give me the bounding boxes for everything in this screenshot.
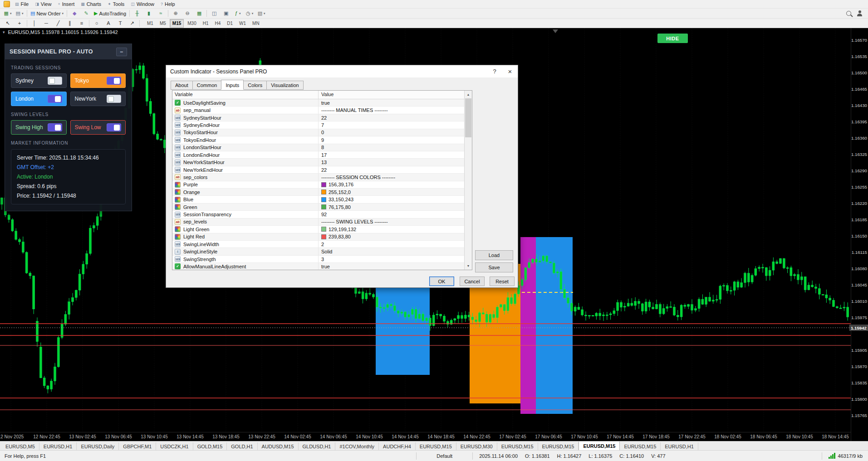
- session-london-button[interactable]: London: [11, 92, 67, 106]
- dialog-title-bar[interactable]: Custom Indicator - Sessions Panel PRO ? …: [166, 65, 518, 78]
- value-cell[interactable]: 255,152,0: [319, 189, 465, 195]
- chart-tab[interactable]: EURUSD,Daily: [77, 442, 119, 450]
- value-cell[interactable]: 9: [319, 136, 465, 143]
- toggle-newyork[interactable]: [107, 95, 121, 103]
- menu-item-tools[interactable]: ✦Tools: [104, 1, 128, 7]
- menu-item-window[interactable]: ◫Window: [128, 1, 157, 7]
- profiles-button[interactable]: ▤▾: [14, 9, 25, 18]
- chart-tab[interactable]: EURUSD,M15: [416, 442, 456, 450]
- templates-button[interactable]: ▧▾: [255, 9, 267, 18]
- tab-common[interactable]: Common: [192, 81, 222, 90]
- channel-button[interactable]: ∥: [64, 19, 76, 28]
- timeframe-m1[interactable]: M1: [144, 19, 156, 28]
- tab-inputs[interactable]: Inputs: [221, 80, 244, 90]
- vertical-line-button[interactable]: │: [29, 19, 40, 28]
- cancel-button[interactable]: Cancel: [460, 277, 485, 286]
- price-axis[interactable]: 1.165701.165351.165001.164651.164301.163…: [851, 28, 868, 441]
- session-panel-header[interactable]: SESSION PANEL PRO - AUTO –: [5, 44, 132, 59]
- value-cell[interactable]: 8: [319, 144, 465, 151]
- value-cell[interactable]: 7: [319, 121, 465, 128]
- horizontal-line-button[interactable]: ─: [40, 19, 52, 28]
- chart-tab[interactable]: AUDCHF,H4: [379, 442, 416, 450]
- value-cell[interactable]: 239,83,80: [319, 233, 465, 240]
- value-cell[interactable]: 17: [319, 151, 465, 158]
- scrollbar-thumb[interactable]: [465, 98, 471, 137]
- value-cell[interactable]: 22: [319, 166, 465, 173]
- chart-tab[interactable]: EURUSD,H1: [39, 442, 77, 450]
- text-button[interactable]: A: [103, 19, 114, 28]
- chart-tab[interactable]: GOLD,H1: [227, 442, 257, 450]
- value-cell[interactable]: 13: [319, 159, 465, 165]
- input-row[interactable]: Green76,175,80: [172, 204, 465, 211]
- swing-swing-high-button[interactable]: Swing High: [11, 120, 67, 135]
- value-cell[interactable]: -------- SESSION COLORS --------: [319, 174, 465, 180]
- chart-tab[interactable]: GLDUSD,H1: [299, 442, 336, 450]
- timeframe-w1[interactable]: W1: [236, 19, 249, 28]
- input-row[interactable]: absep_colors-------- SESSION COLORS ----…: [172, 174, 465, 181]
- timeframe-d1[interactable]: D1: [224, 19, 235, 28]
- input-row[interactable]: Light Green129,199,132: [172, 226, 465, 233]
- input-row[interactable]: 123SwingStrength3: [172, 256, 465, 263]
- chart-tab[interactable]: EURUSD,M15: [620, 442, 661, 450]
- reset-button[interactable]: Reset: [490, 277, 515, 286]
- input-row[interactable]: 123NewYorkStartHour13: [172, 159, 465, 166]
- autotrading-button[interactable]: ▶AutoTrading: [92, 9, 128, 18]
- user-profile-icon[interactable]: [857, 10, 863, 16]
- shapes-button[interactable]: ○: [91, 19, 103, 28]
- input-row[interactable]: 123SydneyEndHour7: [172, 121, 465, 129]
- chart-line-button[interactable]: ≈: [155, 9, 167, 18]
- input-row[interactable]: ✓UseDaylightSavingtrue: [172, 99, 465, 107]
- new-order-button[interactable]: ▤New Order▾: [29, 9, 65, 18]
- indicators-button[interactable]: ƒ▾: [232, 9, 244, 18]
- menu-item-help[interactable]: ?Help: [157, 1, 178, 7]
- input-row[interactable]: 123NewYorkEndHour22: [172, 166, 465, 174]
- chart-tab[interactable]: #1COV,Monthly: [335, 442, 379, 450]
- chart-tab[interactable]: AUDUSD,M15: [258, 442, 299, 450]
- toggle-sydney[interactable]: [48, 77, 62, 85]
- toggle-tokyo[interactable]: [107, 77, 121, 85]
- input-row[interactable]: ✓AllowManualLineAdjustmenttrue: [172, 263, 465, 270]
- value-cell[interactable]: 0: [319, 129, 465, 136]
- tab-about[interactable]: About: [171, 81, 193, 90]
- profile-cell[interactable]: Default: [417, 453, 471, 459]
- column-value[interactable]: Value: [319, 91, 465, 99]
- scroll-up-icon[interactable]: ▲: [465, 91, 472, 98]
- input-row[interactable]: 123SwingLineWidth2: [172, 241, 465, 248]
- timeframe-m15[interactable]: M15: [170, 19, 184, 28]
- zoom-out-button[interactable]: ⊖: [181, 9, 193, 18]
- value-cell[interactable]: 2: [319, 241, 465, 247]
- chart-tab[interactable]: GOLD,M15: [193, 442, 227, 450]
- time-axis[interactable]: 12 Nov 202512 Nov 22:4513 Nov 02:4513 No…: [0, 432, 851, 442]
- value-cell[interactable]: 3: [319, 256, 465, 262]
- arrows-button[interactable]: ↗: [126, 19, 138, 28]
- fibonacci-button[interactable]: ≡: [76, 19, 88, 28]
- tile-windows-button[interactable]: ◫: [208, 9, 220, 18]
- value-cell[interactable]: -------- SWING LEVELS --------: [319, 218, 465, 225]
- input-row[interactable]: Purple156,39,176: [172, 181, 465, 189]
- periods-button[interactable]: ◷▾: [244, 9, 255, 18]
- chart-tab[interactable]: EURUSD,M5: [1, 442, 39, 450]
- session-tokyo-button[interactable]: Tokyo: [70, 73, 126, 88]
- cursor-button[interactable]: ↖: [2, 19, 14, 28]
- session-newyork-button[interactable]: NewYork: [70, 92, 126, 106]
- load-button[interactable]: Load: [475, 250, 513, 260]
- one-click-trading-caret[interactable]: ▾: [3, 30, 5, 34]
- input-row[interactable]: absep_levels-------- SWING LEVELS ------…: [172, 218, 465, 226]
- dialog-help-button[interactable]: ?: [487, 65, 502, 78]
- value-cell[interactable]: 92: [319, 211, 465, 218]
- expert-advisors-button[interactable]: ◆: [69, 9, 80, 18]
- menu-item-insert[interactable]: +Insert: [54, 1, 78, 7]
- chart-shift-marker[interactable]: [553, 29, 558, 33]
- input-row[interactable]: 123LondonStartHour8: [172, 144, 465, 151]
- zoom-in-button[interactable]: ⊕: [170, 9, 181, 18]
- input-row[interactable]: 123LondonEndHour17: [172, 151, 465, 159]
- chart-tab[interactable]: GBPCHF,M1: [119, 442, 156, 450]
- value-cell[interactable]: true: [319, 263, 465, 270]
- input-row[interactable]: absep_manual-------- MANUAL TIMES ------…: [172, 107, 465, 114]
- chart-tab[interactable]: EURUSD,M15: [538, 442, 579, 450]
- menu-item-charts[interactable]: ▦Charts: [78, 1, 104, 7]
- session-sydney-button[interactable]: Sydney: [11, 73, 67, 88]
- chart-bars-button[interactable]: ╫: [131, 9, 143, 18]
- trendline-button[interactable]: ╱: [52, 19, 64, 28]
- input-row[interactable]: 123TokyoStartHour0: [172, 129, 465, 136]
